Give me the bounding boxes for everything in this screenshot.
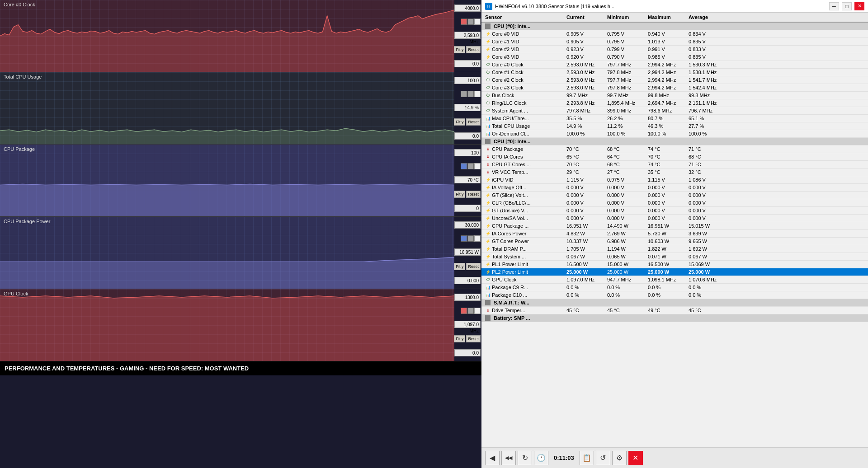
table-row[interactable]: ⏱ Bus Clock 99.7 MHz 99.7 MHz 99.8 MHz 9… xyxy=(481,92,868,99)
cpu-package-graph xyxy=(0,145,454,216)
table-row[interactable]: ⚡ GT Cores Power 10.337 W 6.986 W 10.603… xyxy=(481,238,868,245)
table-row[interactable]: 🌡 VR VCC Temp... 29 °C 27 °C 35 °C 32 °C xyxy=(481,168,868,176)
gpu-clock-current-value: 1,097.0 MHz xyxy=(454,321,481,328)
cpu-usage-graph xyxy=(0,72,454,144)
table-row[interactable]: ⚡ Uncore/SA Vol... 0.000 V 0.000 V 0.000… xyxy=(481,215,868,222)
table-row[interactable]: 📊 Package C9 R... 0.0 % 0.0 % 0.0 % 0.0 … xyxy=(481,284,868,291)
table-row[interactable]: ⚡ PL2 Power Limit 25.000 W 25.000 W 25.0… xyxy=(481,268,868,276)
core-clock-current-value: 2,593.0 MHz xyxy=(454,32,481,39)
table-row[interactable]: 📊 Package C10 ... 0.0 % 0.0 % 0.0 % 0.0 … xyxy=(481,291,868,299)
cpu-usage-color-btn[interactable] xyxy=(461,91,467,97)
back2-btn[interactable]: ◀◀ xyxy=(501,451,516,465)
table-row[interactable]: ⚡ GT (Unslice) V... 0.000 V 0.000 V 0.00… xyxy=(481,207,868,215)
cpu-package-fit-btn[interactable]: Fit y xyxy=(454,191,465,198)
cpu-package-bottom-value: 0 xyxy=(454,205,481,212)
cpu-power-color-btn3[interactable] xyxy=(474,235,481,242)
gpu-clock-reset-btn[interactable]: Reset xyxy=(466,335,481,342)
core-clock-title: Core #0 Clock xyxy=(4,2,35,7)
cpu-power-color-btn[interactable] xyxy=(461,235,467,242)
cpu-power-reset-btn[interactable]: Reset xyxy=(466,263,481,270)
table-row[interactable]: Battery: SMP ... xyxy=(481,314,868,322)
table-row[interactable]: ⚡ Core #1 VID 0.905 V 0.795 V 1.013 V 0.… xyxy=(481,38,868,46)
cpu-power-graph xyxy=(0,217,454,289)
refresh-btn[interactable]: ↻ xyxy=(518,451,532,465)
table-row[interactable]: ⏱ Ring/LLC Clock 2,293.8 MHz 1,895.4 MHz… xyxy=(481,99,868,107)
table-row[interactable]: ⚡ Total System ... 0.067 W 0.065 W 0.071… xyxy=(481,253,868,261)
core-clock-color-btn3[interactable] xyxy=(474,19,481,25)
core-clock-fit-btn[interactable]: Fit y xyxy=(454,46,465,53)
gpu-clock-color-btn3[interactable] xyxy=(474,308,481,314)
table-row[interactable]: ⏱ GPU Clock 1,097.0 MHz 947.7 MHz 1,098.… xyxy=(481,276,868,284)
table-row[interactable]: ⏱ System Agent ... 797.8 MHz 399.0 MHz 7… xyxy=(481,107,868,115)
save-btn[interactable]: 📋 xyxy=(580,451,594,465)
core-clock-color-btn2[interactable] xyxy=(467,19,474,25)
table-row[interactable]: 📊 Total CPU Usage 14.9 % 11.2 % 46.3 % 2… xyxy=(481,122,868,130)
cpu-power-fit-btn[interactable]: Fit y xyxy=(454,263,465,270)
core-clock-color-btn[interactable] xyxy=(461,19,467,25)
table-row[interactable]: 📊 Max CPU/Thre... 35.5 % 26.2 % 80.7 % 6… xyxy=(481,115,868,122)
cpu-usage-bottom-value: 0.0 xyxy=(454,132,481,140)
table-row[interactable]: ⏱ Core #0 Clock 2,593.0 MHz 797.7 MHz 2,… xyxy=(481,61,868,69)
cpu-package-reset-btn[interactable]: Reset xyxy=(466,191,481,198)
table-row[interactable]: ⏱ Core #2 Clock 2,593.0 MHz 797.7 MHz 2,… xyxy=(481,76,868,84)
table-row[interactable]: ⏱ Core #1 Clock 2,593.0 MHz 797.8 MHz 2,… xyxy=(481,69,868,76)
table-row[interactable]: ⚡ IA Cores Power 4.832 W 2.769 W 5.730 W… xyxy=(481,230,868,238)
table-row[interactable]: ⚡ PL1 Power Limit 16.500 W 15.000 W 16.5… xyxy=(481,261,868,268)
hwinfo-titlebar: H HWiNFO64 v6.10-3880 Sensor Status [119… xyxy=(481,0,868,13)
hwinfo-icon: H xyxy=(485,3,492,10)
gpu-clock-fit-btn[interactable]: Fit y xyxy=(454,335,465,342)
reset-btn[interactable]: ↺ xyxy=(596,451,610,465)
cpu-package-current-value: 70 °C xyxy=(454,176,481,183)
maximize-btn[interactable]: □ xyxy=(842,2,852,10)
cpu-power-title: CPU Package Power xyxy=(4,219,50,224)
toolbar-close-btn[interactable]: ✕ xyxy=(628,451,643,465)
table-row[interactable]: ⏱ Core #3 Clock 2,593.0 MHz 797.8 MHz 2,… xyxy=(481,84,868,92)
table-row[interactable]: ⚡ CPU Package ... 16.951 W 14.490 W 16.9… xyxy=(481,222,868,230)
cpu-package-title: CPU Package xyxy=(4,146,35,152)
cpu-power-color-btn2[interactable] xyxy=(467,235,474,242)
core-clock-controls: 4000.0 2,593.0 MHz Fit y Reset 0.0 xyxy=(453,0,481,72)
table-row[interactable]: ⚡ Core #2 VID 0.923 V 0.799 V 0.991 V 0.… xyxy=(481,46,868,53)
core-clock-graph xyxy=(0,0,454,72)
cpu-package-controls: 100 70 °C Fit y Reset 0 xyxy=(453,145,481,216)
table-row[interactable]: 🌡 Drive Temper... 45 °C 45 °C 49 °C 45 °… xyxy=(481,307,868,314)
table-row[interactable]: 📊 On-Demand Cl... 100.0 % 100.0 % 100.0 … xyxy=(481,130,868,138)
cpu-usage-section: Total CPU Usage 100.0 14.9 % Fit y Reset… xyxy=(0,72,481,145)
table-body[interactable]: CPU [#0]: Inte... ⚡ Core #0 VID 0.905 V … xyxy=(481,23,868,447)
table-row[interactable]: 🌡 CPU IA Cores 65 °C 64 °C 70 °C 68 °C xyxy=(481,153,868,161)
core-clock-section: Core #0 Clock 4000.0 2,593.0 MH xyxy=(0,0,481,72)
gpu-clock-color-btn2[interactable] xyxy=(467,308,474,314)
gpu-clock-graph xyxy=(0,289,454,361)
time-display: 0:11:03 xyxy=(550,454,578,461)
table-row[interactable]: ⚡ IA Voltage Off... 0.000 V 0.000 V 0.00… xyxy=(481,184,868,192)
settings-btn[interactable]: ⚙ xyxy=(612,451,627,465)
close-btn[interactable]: ✕ xyxy=(854,2,864,10)
cpu-usage-title: Total CPU Usage xyxy=(4,74,42,80)
table-row[interactable]: S.M.A.R.T.: W... xyxy=(481,299,868,307)
table-row[interactable]: ⚡ Total DRAM P... 1.705 W 1.194 W 1.822 … xyxy=(481,245,868,253)
table-row[interactable]: 🌡 CPU GT Cores ... 70 °C 68 °C 74 °C 71 … xyxy=(481,161,868,168)
clock-icon-btn[interactable]: 🕐 xyxy=(534,451,548,465)
table-row[interactable]: ⚡ GT (Slice) Volt... 0.000 V 0.000 V 0.0… xyxy=(481,192,868,199)
minimize-btn[interactable]: ─ xyxy=(829,2,839,10)
cpu-usage-reset-btn[interactable]: Reset xyxy=(466,118,481,126)
table-row[interactable]: CPU [#0]: Inte... xyxy=(481,138,868,145)
gpu-clock-color-btn[interactable] xyxy=(461,308,467,314)
cpu-usage-fit-btn[interactable]: Fit y xyxy=(454,118,465,126)
table-row[interactable]: ⚡ Core #0 VID 0.905 V 0.795 V 0.940 V 0.… xyxy=(481,30,868,38)
cpu-usage-color-btn3[interactable] xyxy=(474,91,481,97)
table-row[interactable]: CPU [#0]: Inte... xyxy=(481,23,868,30)
cpu-power-top-value: 30.000 xyxy=(454,221,481,229)
table-row[interactable]: ⚡ Core #3 VID 0.920 V 0.790 V 0.985 V 0.… xyxy=(481,53,868,61)
table-row[interactable]: 🌡 CPU Package 70 °C 68 °C 74 °C 71 °C xyxy=(481,145,868,153)
core-clock-reset-btn[interactable]: Reset xyxy=(466,46,481,53)
cpu-usage-color-btn2[interactable] xyxy=(467,91,474,97)
gpu-clock-controls: 1300.0 1,097.0 MHz Fit y Reset 0.0 xyxy=(453,289,481,361)
cpu-package-color-btn[interactable] xyxy=(461,163,467,169)
cpu-package-color-btn3[interactable] xyxy=(474,163,481,169)
table-row[interactable]: ⚡ iGPU VID 1.115 V 0.975 V 1.115 V 1.086… xyxy=(481,176,868,184)
back-btn[interactable]: ◀ xyxy=(485,451,500,465)
col-current: Current xyxy=(565,14,605,21)
table-row[interactable]: ⚡ CLR (CBo/LLC/... 0.000 V 0.000 V 0.000… xyxy=(481,199,868,207)
cpu-package-color-btn2[interactable] xyxy=(467,163,474,169)
